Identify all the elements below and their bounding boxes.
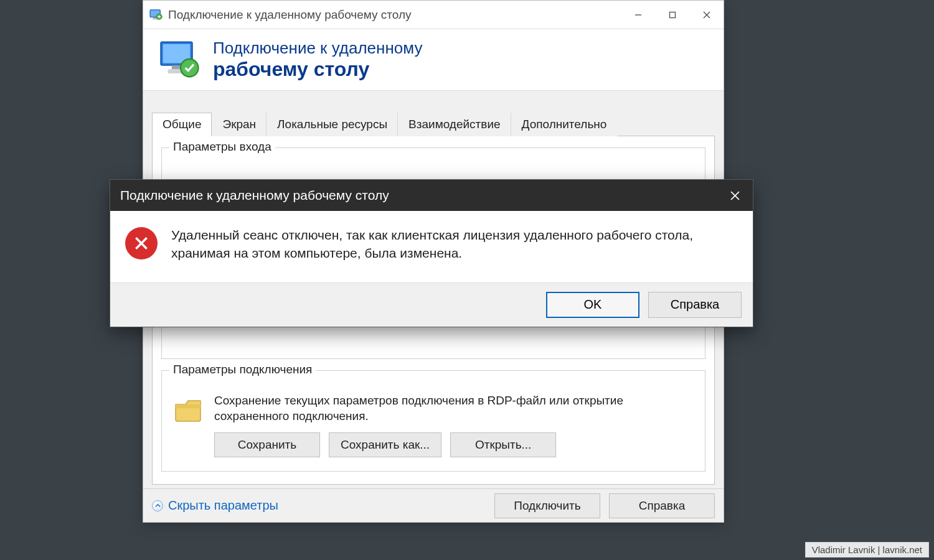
banner-line1: Подключение к удаленному [213,39,422,58]
close-button[interactable] [689,1,724,29]
dialog-title: Подключение к удаленному рабочему столу [120,188,389,203]
save-as-button[interactable]: Сохранить как... [329,432,441,457]
window-title: Подключение к удаленному рабочему столу [168,8,412,22]
tab-experience[interactable]: Взаимодействие [398,113,511,136]
banner-line2: рабочему столу [213,58,422,81]
group-login-legend: Параметры входа [169,140,275,154]
help-button[interactable]: Справка [609,493,715,518]
tab-advanced[interactable]: Дополнительно [511,113,618,136]
maximize-button[interactable] [655,1,689,29]
dialog-ok-button[interactable]: OK [546,292,639,318]
watermark: Vladimir Lavnik | lavnik.net [805,542,929,558]
tabs: Общие Экран Локальные ресурсы Взаимодейс… [152,112,715,136]
bottom-bar: Скрыть параметры Подключить Справка [143,488,724,522]
dialog-buttons: OK Справка [110,282,753,327]
rdp-banner-icon [158,38,202,82]
dialog-body: Удаленный сеанс отключен, так как клиент… [110,211,753,282]
error-dialog: Подключение к удаленному рабочему столу … [110,179,753,327]
chevron-up-icon [152,500,163,511]
error-icon [125,227,158,259]
save-button[interactable]: Сохранить [214,432,320,457]
dialog-titlebar[interactable]: Подключение к удаленному рабочему столу [110,180,753,211]
group-connection-desc: Сохранение текущих параметров подключени… [214,393,694,424]
dialog-close-button[interactable] [717,180,753,211]
tab-local-res[interactable]: Локальные ресурсы [267,113,398,136]
group-connection: Параметры подключения Сохранение текущих… [161,370,705,472]
tab-general[interactable]: Общие [152,113,212,136]
minimize-button[interactable] [621,1,655,29]
rdp-app-icon [149,8,163,22]
svg-rect-6 [669,12,675,17]
titlebar[interactable]: Подключение к удаленному рабочему столу [143,1,724,29]
connect-button[interactable]: Подключить [494,493,600,518]
dialog-message: Удаленный сеанс отключен, так как клиент… [171,226,737,263]
group-connection-legend: Параметры подключения [169,363,316,376]
hide-options-label: Скрыть параметры [168,498,278,513]
tab-display[interactable]: Экран [212,113,267,136]
svg-rect-11 [172,65,181,70]
hide-options-toggle[interactable]: Скрыть параметры [152,498,278,513]
dialog-help-button[interactable]: Справка [648,292,742,318]
open-button[interactable]: Открыть... [450,432,556,457]
banner: Подключение к удаленному рабочему столу [143,29,724,91]
folder-icon [173,396,203,426]
